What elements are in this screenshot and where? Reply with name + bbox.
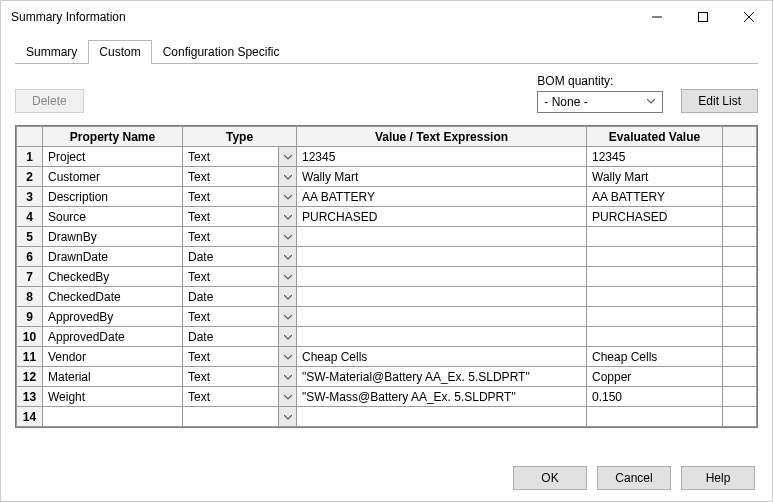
property-name-cell[interactable]: DrawnDate [43,247,183,267]
type-cell[interactable]: Text [183,147,279,167]
type-cell[interactable]: Date [183,287,279,307]
evaluated-cell[interactable] [587,247,723,267]
row-number[interactable]: 9 [17,307,43,327]
bom-quantity-dropdown[interactable]: - None - [537,91,663,113]
type-cell[interactable]: Text [183,267,279,287]
evaluated-cell[interactable] [587,267,723,287]
row-number[interactable]: 14 [17,407,43,427]
row-number[interactable]: 10 [17,327,43,347]
evaluated-cell[interactable]: 0.150 [587,387,723,407]
type-dropdown-button[interactable] [279,367,297,387]
type-dropdown-button[interactable] [279,307,297,327]
row-number[interactable]: 6 [17,247,43,267]
evaluated-cell[interactable] [587,307,723,327]
property-name-cell[interactable]: DrawnBy [43,227,183,247]
evaluated-cell[interactable]: PURCHASED [587,207,723,227]
value-cell[interactable]: PURCHASED [297,207,587,227]
tab-configuration-specific[interactable]: Configuration Specific [152,40,291,64]
property-name-cell[interactable]: CheckedBy [43,267,183,287]
value-cell[interactable] [297,247,587,267]
type-dropdown-button[interactable] [279,147,297,167]
value-cell[interactable] [297,327,587,347]
value-cell[interactable]: Cheap Cells [297,347,587,367]
evaluated-cell[interactable] [587,287,723,307]
type-cell[interactable]: Text [183,187,279,207]
type-cell[interactable]: Text [183,167,279,187]
property-name-cell[interactable]: Customer [43,167,183,187]
type-cell[interactable]: Text [183,367,279,387]
delete-button[interactable]: Delete [15,89,84,113]
type-dropdown-button[interactable] [279,387,297,407]
cancel-button[interactable]: Cancel [597,466,671,490]
property-name-cell[interactable]: Project [43,147,183,167]
tab-summary[interactable]: Summary [15,40,88,64]
evaluated-cell[interactable] [587,407,723,427]
type-dropdown-button[interactable] [279,187,297,207]
help-button[interactable]: Help [681,466,755,490]
row-number[interactable]: 3 [17,187,43,207]
row-number[interactable]: 1 [17,147,43,167]
row-number[interactable]: 11 [17,347,43,367]
value-cell[interactable]: "SW-Mass@Battery AA_Ex. 5.SLDPRT" [297,387,587,407]
edit-list-button[interactable]: Edit List [681,89,758,113]
type-cell[interactable]: Text [183,207,279,227]
property-name-cell[interactable]: Vendor [43,347,183,367]
value-cell[interactable] [297,287,587,307]
type-dropdown-button[interactable] [279,267,297,287]
evaluated-cell[interactable]: AA BATTERY [587,187,723,207]
row-number[interactable]: 12 [17,367,43,387]
maximize-button[interactable] [680,1,726,33]
evaluated-cell[interactable]: Cheap Cells [587,347,723,367]
type-cell[interactable]: Date [183,327,279,347]
type-dropdown-button[interactable] [279,167,297,187]
value-cell[interactable] [297,307,587,327]
type-cell[interactable]: Text [183,307,279,327]
select-all-corner[interactable] [17,127,43,147]
value-cell[interactable]: 12345 [297,147,587,167]
value-cell[interactable]: "SW-Material@Battery AA_Ex. 5.SLDPRT" [297,367,587,387]
row-number[interactable]: 7 [17,267,43,287]
col-property-name[interactable]: Property Name [43,127,183,147]
new-property-placeholder[interactable] [43,407,183,427]
evaluated-cell[interactable] [587,327,723,347]
type-dropdown-button[interactable] [279,247,297,267]
type-dropdown-button[interactable] [279,287,297,307]
type-dropdown-button[interactable] [279,407,297,427]
row-number[interactable]: 8 [17,287,43,307]
row-number[interactable]: 13 [17,387,43,407]
col-type[interactable]: Type [183,127,297,147]
value-cell[interactable]: AA BATTERY [297,187,587,207]
value-cell[interactable] [297,407,587,427]
type-dropdown-button[interactable] [279,207,297,227]
minimize-button[interactable] [634,1,680,33]
evaluated-cell[interactable]: 12345 [587,147,723,167]
value-cell[interactable] [297,267,587,287]
row-number[interactable]: 2 [17,167,43,187]
type-dropdown-button[interactable] [279,227,297,247]
row-number[interactable]: 4 [17,207,43,227]
type-cell[interactable]: Text [183,347,279,367]
property-name-cell[interactable]: Source [43,207,183,227]
property-name-cell[interactable]: Weight [43,387,183,407]
type-cell[interactable] [183,407,279,427]
tab-custom[interactable]: Custom [88,40,151,64]
property-name-cell[interactable]: ApprovedDate [43,327,183,347]
row-number[interactable]: 5 [17,227,43,247]
evaluated-cell[interactable]: Copper [587,367,723,387]
property-name-cell[interactable]: ApprovedBy [43,307,183,327]
property-name-cell[interactable]: Material [43,367,183,387]
value-cell[interactable]: Wally Mart [297,167,587,187]
col-value[interactable]: Value / Text Expression [297,127,587,147]
type-dropdown-button[interactable] [279,327,297,347]
type-cell[interactable]: Date [183,247,279,267]
property-name-cell[interactable]: Description [43,187,183,207]
evaluated-cell[interactable] [587,227,723,247]
type-dropdown-button[interactable] [279,347,297,367]
type-cell[interactable]: Text [183,387,279,407]
ok-button[interactable]: OK [513,466,587,490]
col-evaluated[interactable]: Evaluated Value [587,127,723,147]
value-cell[interactable] [297,227,587,247]
property-name-cell[interactable]: CheckedDate [43,287,183,307]
evaluated-cell[interactable]: Wally Mart [587,167,723,187]
type-cell[interactable]: Text [183,227,279,247]
